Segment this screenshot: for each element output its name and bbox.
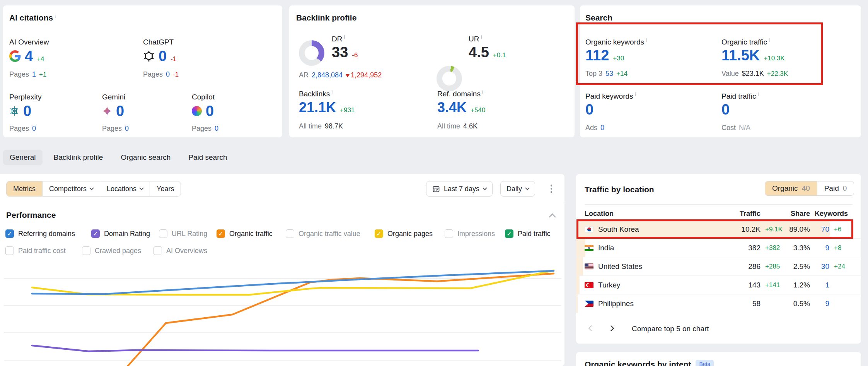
gemini-label: Gemini [102,93,125,101]
info-icon [55,14,56,19]
organic-traffic-value[interactable]: 11.5K [721,48,760,63]
ads-row: Ads 0 [585,124,604,132]
date-range-dropdown[interactable]: Last 7 days [426,181,493,197]
organic-toggle-option[interactable]: Organic 40 [765,181,817,195]
info-icon [757,91,759,97]
perplexity-icon [9,106,19,116]
gemini-pages: Pages 0 [102,125,129,133]
checkbox-icon [5,246,14,255]
turkey-flag-icon [585,282,593,288]
competitors-dropdown[interactable]: Competitors [42,181,100,196]
chevron-right-icon[interactable] [608,325,614,331]
chatgpt-label: ChatGPT [143,38,174,46]
ref-domains-value[interactable]: 3.4K [437,101,467,115]
organic-traffic-delta: +10.3K [764,55,784,62]
paid-traffic-value: 0 [721,102,730,117]
ai-citations-title: AI citations [9,13,56,22]
south-korea-flag-icon [585,226,593,233]
traffic-value-row: Value $23.1K +22.3K [721,70,788,78]
performance-title: Performance [6,210,56,220]
checkbox-url-rating[interactable]: URL Rating [159,229,207,238]
ref-domains-delta: +540 [471,106,485,114]
checkbox-referring-domains[interactable]: Referring domains [5,229,75,238]
chatgpt-delta: -1 [171,55,176,63]
organic-keywords-value[interactable]: 112 [585,48,609,63]
dr-delta: -6 [352,51,358,59]
tab-organic-search[interactable]: Organic search [114,150,177,165]
checkbox-ai-overviews[interactable]: AI Overviews [153,246,207,255]
compare-top5-link[interactable]: Compare top 5 on chart [632,325,709,333]
paid-keywords-value-row: 0 [585,102,593,117]
organic-keywords-delta: +30 [613,55,624,62]
chevron-down-icon [483,186,487,190]
dr-value-row: 33 -6 [332,45,358,60]
openai-icon [143,50,155,62]
checkbox-domain-rating[interactable]: Domain Rating [91,229,150,238]
col-share[interactable]: Share [784,210,810,218]
checkbox-paid-traffic[interactable]: Paid traffic [505,229,551,238]
checkbox-impressions[interactable]: Impressions [445,229,495,238]
paid-toggle-option[interactable]: Paid 0 [817,181,854,195]
checkbox-organic-pages[interactable]: Organic pages [375,229,433,238]
philippines-flag-icon [585,301,593,307]
checkbox-icon [505,229,513,238]
col-traffic[interactable]: Traffic [730,210,761,218]
kebab-menu-icon[interactable] [544,181,558,197]
chevron-down-icon [525,186,529,190]
checkbox-organic-traffic-value[interactable]: Organic traffic value [286,229,360,238]
gemini-value-row: 0 [102,104,124,118]
report-tabs: General Backlink profile Organic search … [3,149,234,166]
copilot-pages: Pages 0 [192,125,218,133]
chevron-down-icon [139,186,143,190]
chevron-left-icon[interactable] [588,325,595,331]
organic-traffic-label: Organic traffic [721,37,770,46]
copilot-icon [192,106,202,116]
info-icon [646,37,647,43]
table-row-south-korea[interactable]: South Korea 10.2K +9.1K 89.0% 70 +6 [576,220,861,239]
copilot-label: Copilot [192,93,215,101]
chevron-up-icon[interactable] [549,213,556,220]
ur-value-row: 4.5 +0.1 [469,45,506,60]
checkbox-icon [159,229,167,238]
table-row-turkey[interactable]: Turkey 143 +141 1.2% 1 [576,276,861,294]
table-row-philippines[interactable]: Philippines 58 0.5% 9 [576,294,861,313]
gemini-value: 0 [116,104,124,118]
col-location[interactable]: Location [585,210,730,218]
gemini-icon [102,106,112,116]
checkbox-paid-traffic-cost[interactable]: Paid traffic cost [5,246,66,255]
report-controls: Metrics Competitors Locations Years [6,181,181,197]
checkbox-organic-traffic[interactable]: Organic traffic [217,229,273,238]
backlinks-value[interactable]: 21.1K [299,101,336,115]
tab-paid-search[interactable]: Paid search [182,150,234,165]
cost-row: Cost N/A [721,124,750,132]
organic-keywords-label: Organic keywords [585,37,647,46]
metrics-button[interactable]: Metrics [7,181,42,196]
col-keywords[interactable]: Keywords [810,210,848,218]
checkbox-icon [286,229,294,238]
checkbox-icon [82,246,90,255]
ref-domains-alltime: All time 4.6K [437,122,477,130]
tab-general[interactable]: General [3,150,43,165]
info-icon [331,89,333,95]
granularity-dropdown[interactable]: Daily [500,181,535,197]
years-button[interactable]: Years [150,181,181,196]
table-row-united-states[interactable]: United States 286 +285 2.5% 30 +24 [576,257,861,276]
checkbox-icon [445,229,453,238]
ai-citations-card: AI citations AI Overview 4 +4 Pages 1 +1… [3,5,282,137]
domain-rating-line[interactable] [32,345,478,351]
checkbox-crawled-pages[interactable]: Crawled pages [82,246,141,255]
backlinks-value-row: 21.1K +931 [299,101,355,115]
info-icon [769,37,770,43]
organic-traffic-value-row: 11.5K +10.3K [721,48,785,63]
info-icon [635,91,636,97]
organic-keywords-value-row: 112 +30 [585,48,624,63]
perplexity-label: Perplexity [9,93,41,101]
checkbox-icon [375,229,383,238]
locations-dropdown[interactable]: Locations [100,181,150,196]
organic-paid-toggle: Organic 40 Paid 0 [765,181,854,196]
table-row-india[interactable]: India 382 +382 3.3% 9 +8 [576,239,861,257]
chatgpt-value-row: 0 -1 [143,49,176,63]
ur-label: UR [469,34,482,43]
calendar-icon [432,185,440,193]
tab-backlink-profile[interactable]: Backlink profile [47,150,110,165]
